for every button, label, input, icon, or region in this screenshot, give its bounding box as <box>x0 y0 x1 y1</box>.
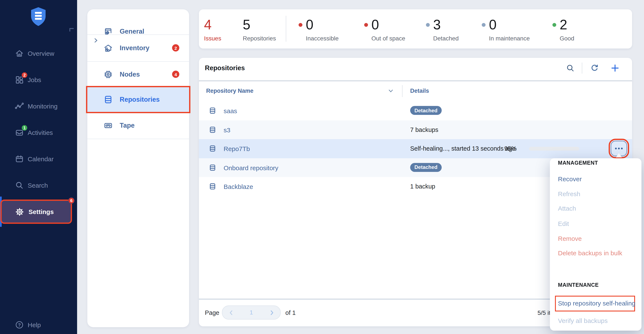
svg-text:?: ? <box>18 322 21 328</box>
menu-item-verify-all-backups: Verify all backups <box>558 316 608 326</box>
sidebar-item-calendar[interactable]: Calendar <box>0 150 77 167</box>
sidebar-item-label: Calendar <box>28 155 54 162</box>
menu-item-recover[interactable]: Recover <box>558 174 582 184</box>
subnav-item-repositories[interactable]: Repositories <box>87 87 189 112</box>
warehouse-icon <box>104 43 113 52</box>
sidebar-item-activities[interactable]: 1 Activities <box>0 124 77 141</box>
divider <box>402 85 402 97</box>
sidebar-item-help[interactable]: ? Help <box>0 316 77 333</box>
add-repository-button[interactable] <box>610 63 620 73</box>
sidebar-item-label: Settings <box>28 208 54 215</box>
repository-details: 1 backup <box>410 183 435 190</box>
stat-in-maintenance: 0 In maintenance <box>482 18 530 42</box>
shield-logo-icon <box>30 7 47 26</box>
subnav-item-nodes[interactable]: Nodes 4 <box>87 61 189 87</box>
column-header-details: Details <box>410 88 429 94</box>
status-dot <box>426 23 430 26</box>
table-row-s3[interactable]: s3 7 backups <box>199 120 632 139</box>
stat-value: 2 <box>560 18 567 31</box>
next-page-button[interactable] <box>264 306 280 319</box>
detached-status-badge: Detached <box>410 163 442 172</box>
stat-label: In maintenance <box>489 35 530 42</box>
sidebar-item-jobs[interactable]: 2 Jobs <box>0 71 77 88</box>
table-row-repo7tb[interactable]: Repo7Tb Self-healing..., started 13 seco… <box>199 139 632 158</box>
stat-good: 2 Good <box>552 18 574 42</box>
sidebar-item-label: Jobs <box>28 76 41 83</box>
menu-section-header-management: MANAGEMENT <box>558 160 598 167</box>
sidebar-item-search[interactable]: Search <box>0 177 77 194</box>
stat-label: Repositories <box>243 35 276 42</box>
app-window: Overview 2 Jobs Monitoring <box>0 0 644 334</box>
stat-value: 5 <box>243 18 250 31</box>
menu-item-attach: Attach <box>558 204 576 213</box>
activities-badge: 1 <box>21 124 28 131</box>
database-icon <box>209 145 216 152</box>
divider <box>87 139 189 139</box>
chevron-right-icon <box>270 310 274 316</box>
stat-label: Issues <box>204 35 221 42</box>
divider <box>286 16 286 42</box>
stat-label: Detached <box>433 35 459 42</box>
sidebar-item-settings[interactable]: 6 Settings <box>2 201 71 223</box>
stat-value: 0 <box>306 18 314 31</box>
stat-value: 4 <box>204 18 212 31</box>
sidebar-item-monitoring[interactable]: Monitoring <box>0 97 77 114</box>
status-dot <box>552 23 556 26</box>
sidebar-collapse-icon[interactable] <box>70 28 74 31</box>
sort-chevron-down-icon[interactable] <box>388 89 393 93</box>
sidebar-item-label: Search <box>28 181 48 189</box>
page-of-label: of 1 <box>285 309 296 316</box>
database-icon <box>104 95 113 104</box>
progress-bar <box>529 147 579 151</box>
stat-repositories-total: 5 Repositories <box>243 18 276 42</box>
selected-indicator-bar <box>0 197 2 227</box>
menu-item-stop-repository-self-healing[interactable]: Stop repository self-healing <box>558 299 636 308</box>
database-icon <box>209 183 216 190</box>
menu-item-remove[interactable]: Remove <box>558 234 582 243</box>
repository-name: saas <box>224 107 237 114</box>
nodes-badge: 4 <box>172 71 179 78</box>
stat-label: Out of space <box>372 35 405 42</box>
repository-name: Backblaze <box>224 183 253 190</box>
main-sidebar: Overview 2 Jobs Monitoring <box>0 0 77 334</box>
subnav-item-inventory[interactable]: Inventory 2 <box>87 34 189 61</box>
stat-label: Good <box>560 35 574 42</box>
search-icon <box>566 64 574 72</box>
stat-issues: 4 Issues <box>204 18 221 42</box>
refresh-button[interactable] <box>590 63 600 73</box>
divider <box>582 62 582 74</box>
subnav-item-label: Nodes <box>120 70 140 78</box>
menu-item-delete-backups-in-bulk[interactable]: Delete backups in bulk <box>558 249 622 258</box>
jobs-badge: 2 <box>21 72 28 78</box>
stat-value: 0 <box>489 18 497 31</box>
menu-item-edit: Edit <box>558 219 569 229</box>
sidebar-item-overview[interactable]: Overview <box>0 45 77 62</box>
page-label: Page <box>205 309 219 316</box>
subnav-item-tape[interactable]: Tape <box>87 112 189 139</box>
status-dot <box>364 23 368 26</box>
status-dot <box>298 23 302 26</box>
stat-out-of-space: 0 Out of space <box>364 18 405 42</box>
stat-detached: 3 Detached <box>426 18 459 42</box>
pager-control: 1 <box>222 306 281 320</box>
stat-value: 0 <box>372 18 379 31</box>
search-button[interactable] <box>565 63 576 73</box>
repository-context-menu: MANAGEMENT Recover Refresh Attach Edit R… <box>550 158 642 331</box>
current-page-input[interactable]: 1 <box>245 309 257 316</box>
ellipsis-icon <box>615 148 617 149</box>
subnav-item-label: General <box>120 27 144 35</box>
question-icon: ? <box>15 320 24 329</box>
previous-page-button[interactable] <box>223 306 238 319</box>
tape-icon <box>104 121 113 130</box>
stat-inaccessible: 0 Inaccessible <box>298 18 338 42</box>
repository-details: 7 backups <box>410 126 438 133</box>
chevron-left-icon <box>228 310 233 316</box>
subnav-item-label: Repositories <box>120 96 160 103</box>
chip-icon <box>104 69 113 79</box>
table-row-saas[interactable]: saas Detached <box>199 101 632 120</box>
home-icon <box>15 49 24 58</box>
subnav-item-label: Tape <box>120 121 134 129</box>
settings-subnav: General Inventory 2 <box>87 9 189 327</box>
column-header-repository-name[interactable]: Repository Name <box>206 88 254 94</box>
menu-item-refresh: Refresh <box>558 189 580 199</box>
